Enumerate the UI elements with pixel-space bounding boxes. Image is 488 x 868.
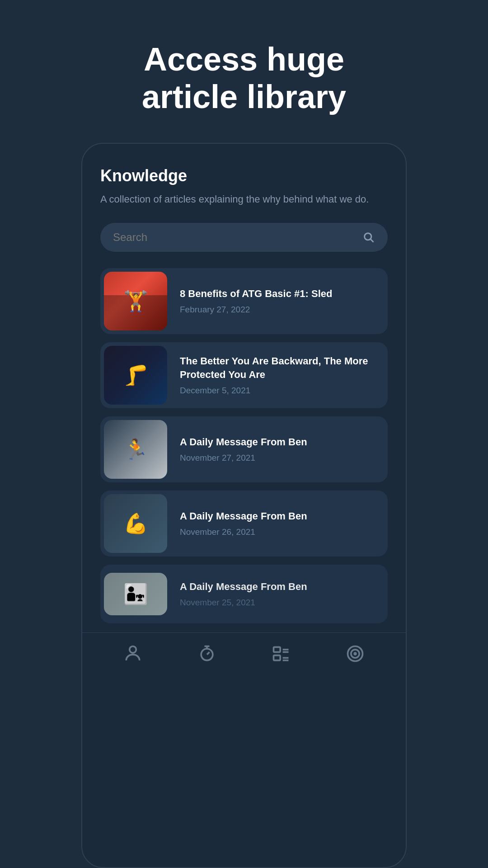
timer-icon xyxy=(197,644,217,664)
nav-item-home[interactable] xyxy=(123,644,143,664)
article-card[interactable]: A Daily Message From Ben November 27, 20… xyxy=(100,416,388,482)
svg-point-15 xyxy=(354,653,356,655)
search-icon xyxy=(362,231,375,244)
article-info: A Daily Message From Ben November 27, 20… xyxy=(171,427,388,472)
person-icon xyxy=(123,644,143,664)
article-thumbnail xyxy=(104,573,167,615)
article-info: A Daily Message From Ben November 26, 20… xyxy=(171,501,388,546)
article-title: The Better You Are Backward, The More Pr… xyxy=(180,354,379,381)
list-icon xyxy=(271,644,291,664)
article-card[interactable]: A Daily Message From Ben November 25, 20… xyxy=(100,565,388,623)
svg-line-6 xyxy=(207,652,210,655)
nav-item-timer[interactable] xyxy=(197,644,217,664)
article-card[interactable]: The Better You Are Backward, The More Pr… xyxy=(100,342,388,408)
nav-item-list[interactable] xyxy=(271,644,291,664)
svg-point-2 xyxy=(130,646,136,653)
svg-rect-7 xyxy=(274,647,281,652)
main-heading: Access huge article library xyxy=(106,0,382,143)
article-date: February 27, 2022 xyxy=(180,305,379,315)
section-title: Knowledge xyxy=(100,166,388,185)
search-input[interactable] xyxy=(113,231,362,244)
article-info: 8 Benefits of ATG Basic #1: Sled Februar… xyxy=(171,279,388,323)
article-date: November 26, 2021 xyxy=(180,527,379,537)
articles-list: 8 Benefits of ATG Basic #1: Sled Februar… xyxy=(100,268,388,623)
section-subtitle: A collection of articles explaining the … xyxy=(100,192,388,207)
article-thumbnail xyxy=(104,346,167,405)
article-thumbnail xyxy=(104,494,167,553)
article-title: 8 Benefits of ATG Basic #1: Sled xyxy=(180,287,379,301)
article-card[interactable]: 8 Benefits of ATG Basic #1: Sled Februar… xyxy=(100,268,388,334)
nav-item-target[interactable] xyxy=(345,644,365,664)
phone-content: Knowledge A collection of articles expla… xyxy=(82,144,406,623)
article-date: December 5, 2021 xyxy=(180,386,379,396)
article-date: November 25, 2021 xyxy=(180,598,379,608)
article-thumbnail xyxy=(104,272,167,330)
phone-frame: Knowledge A collection of articles expla… xyxy=(81,143,407,868)
page-title: Access huge article library xyxy=(106,0,382,143)
article-title: A Daily Message From Ben xyxy=(180,580,379,594)
bottom-nav xyxy=(82,632,406,673)
svg-point-0 xyxy=(365,233,371,240)
search-bar[interactable] xyxy=(100,223,388,252)
article-date: November 27, 2021 xyxy=(180,453,379,463)
article-thumbnail xyxy=(104,420,167,479)
article-card[interactable]: A Daily Message From Ben November 26, 20… xyxy=(100,491,388,557)
svg-rect-8 xyxy=(274,655,281,660)
article-info: A Daily Message From Ben November 25, 20… xyxy=(171,572,388,616)
target-icon xyxy=(345,644,365,664)
article-title: A Daily Message From Ben xyxy=(180,509,379,523)
svg-line-1 xyxy=(371,239,373,242)
article-info: The Better You Are Backward, The More Pr… xyxy=(171,346,388,404)
article-title: A Daily Message From Ben xyxy=(180,435,379,449)
